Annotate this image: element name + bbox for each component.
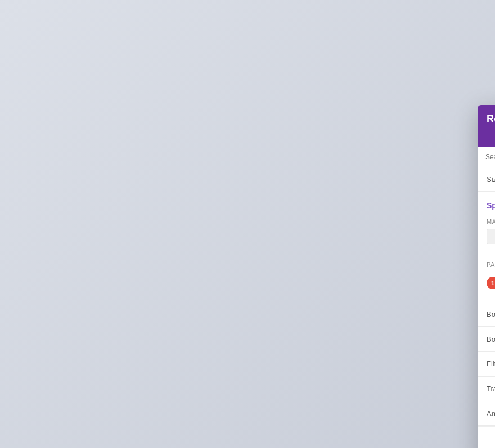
- box-shadow-header[interactable]: Box Shadow ▾: [478, 327, 495, 351]
- margin-group: Margin ? ▣ ↖ ⋮ ⛓: [478, 216, 495, 259]
- margin-fields: ⛓ Top ⛓ Bottom: [487, 229, 495, 252]
- sizing-header[interactable]: Sizing ▾: [478, 167, 495, 191]
- margin-top-col: ⛓ Top: [487, 229, 495, 252]
- padding-group: Padding 1 100px 🔗 Top: [478, 259, 495, 302]
- spacing-header: Spacing ▴ ⋮: [478, 192, 495, 216]
- help-row: ❓ Help: [478, 426, 495, 448]
- transform-header[interactable]: Transform ▾: [478, 377, 495, 401]
- filters-header[interactable]: Filters ▾: [478, 352, 495, 376]
- modal-body: + Filter Sizing ▾ Spacing ▴ ⋮: [478, 147, 495, 448]
- sizing-title: Sizing: [487, 175, 495, 183]
- animation-title: Animation: [487, 409, 495, 418]
- modal-title: Row Settings: [487, 113, 495, 125]
- padding-step-badge: 1: [487, 277, 495, 289]
- modal-header: Row Settings ⚙ ▣ ⋮ Content Design Advanc…: [478, 105, 495, 147]
- filters-section: Filters ▾: [478, 352, 495, 377]
- filters-title: Filters: [487, 360, 495, 368]
- border-section: Border ▾: [478, 302, 495, 327]
- padding-fields-row: 1 100px 🔗 Top 100px: [487, 271, 495, 295]
- transform-section: Transform ▾: [478, 377, 495, 401]
- animation-header[interactable]: Animation ▾: [478, 401, 495, 425]
- animation-section: Animation ▾: [478, 401, 495, 426]
- sizing-section: Sizing ▾: [478, 167, 495, 192]
- box-shadow-title: Box Shadow: [487, 335, 495, 343]
- box-shadow-section: Box Shadow ▾: [478, 327, 495, 352]
- padding-label: Padding: [487, 261, 495, 268]
- spacing-title: Spacing: [487, 201, 495, 210]
- spacing-section: Spacing ▴ ⋮ Margin ? ▣ ↖ ⋮: [478, 192, 495, 302]
- search-bar: + Filter: [478, 147, 495, 167]
- border-header[interactable]: Border ▾: [478, 302, 495, 326]
- margin-label: Margin: [487, 218, 495, 225]
- tab-content[interactable]: Content: [487, 131, 495, 147]
- transform-title: Transform: [487, 384, 495, 393]
- border-title: Border: [487, 310, 495, 319]
- margin-top-input[interactable]: ⛓: [487, 229, 495, 244]
- tab-bar: Content Design Advanced: [487, 131, 495, 147]
- search-input[interactable]: [485, 153, 495, 161]
